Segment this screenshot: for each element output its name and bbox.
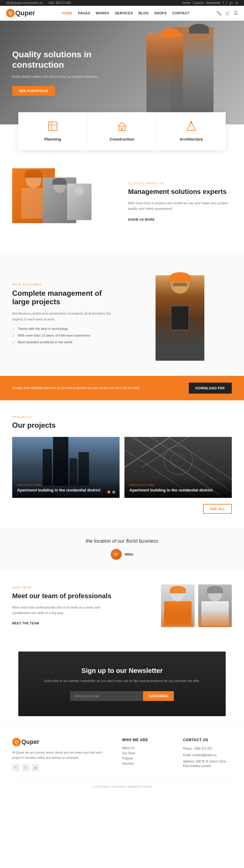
features-description: Architecture,control and construction of… bbox=[12, 311, 116, 322]
team-label: OUR TEAM bbox=[12, 586, 116, 589]
footer-col-who: Who we are About Us Our Team Projects Se… bbox=[122, 738, 171, 771]
about-title: Management solutions experts bbox=[128, 188, 232, 196]
hero-content: Quality solutions in construction Every … bbox=[12, 50, 104, 96]
planning-icon bbox=[24, 121, 81, 134]
footer-link-team[interactable]: Our Team bbox=[122, 751, 171, 755]
project-card-2[interactable]: ARCHITECTURE Apartment building in the r… bbox=[124, 437, 232, 498]
footer-brand-col: Q Quper At Quper we are serious about cl… bbox=[12, 738, 110, 771]
about-description: With more than 5 projects per month we c… bbox=[128, 200, 232, 212]
footer: Q Quper At Quper we are serious about cl… bbox=[0, 725, 244, 794]
newsletter-description: Subscribe to our weekly newsletter so yo… bbox=[37, 678, 207, 684]
about-content: A LITTLE ABOUT US Management solutions e… bbox=[128, 182, 232, 222]
email-info: info@quper.construction.cc bbox=[6, 1, 43, 5]
project-title-1: Apartment building in the residential di… bbox=[17, 488, 115, 493]
projects-title: Our projects bbox=[12, 421, 232, 430]
testimonial-section: the location of our florist business W W… bbox=[0, 529, 244, 569]
footer-col-contact: Contact Us Phone: +068 371 371 Email: co… bbox=[183, 738, 232, 771]
team-content: OUR TEAM Meet our team of professionals … bbox=[12, 586, 116, 626]
see-all-button[interactable]: See All bbox=[203, 504, 232, 514]
nav-link-shops[interactable]: SHOPS bbox=[154, 11, 167, 15]
footer-logo-text: Quper bbox=[21, 738, 39, 745]
logo: Q Quper bbox=[6, 9, 35, 18]
banner-text: Quality and reliability services to prov… bbox=[12, 385, 140, 391]
top-bar-right: Home Careers Newsletter f t g+ in bbox=[182, 1, 238, 5]
project-cat-1: ARCHITECTURE bbox=[17, 484, 115, 487]
service-card-planning[interactable]: Planning bbox=[18, 112, 88, 150]
team-member-2 bbox=[198, 585, 232, 627]
service-name-construction: Construction bbox=[94, 137, 150, 142]
social-in[interactable]: in bbox=[236, 1, 238, 5]
newsletter-section: Sign up to our Newsletter Subscribe to o… bbox=[18, 652, 226, 716]
nav-home-link[interactable]: Home bbox=[182, 1, 191, 5]
hero-subtitle: Every detail is taken into account by ou… bbox=[12, 74, 104, 79]
newsletter-form: Subscribe bbox=[70, 691, 174, 701]
svg-rect-0 bbox=[49, 122, 57, 130]
features-label: MAIN FEATURES bbox=[12, 283, 116, 286]
social-icon-t[interactable]: t bbox=[22, 764, 29, 771]
nav-newsletter-link[interactable]: Newsletter bbox=[206, 1, 220, 5]
footer-who-list: About Us Our Team Projects Services bbox=[122, 746, 171, 765]
service-name-planning: Planning bbox=[24, 137, 81, 142]
footer-col-contact-title: Contact Us bbox=[183, 738, 232, 742]
banner-cta-button[interactable]: Download PDF bbox=[189, 383, 232, 394]
social-icon-f[interactable]: f bbox=[12, 764, 20, 771]
team-member-overlay-2 bbox=[198, 610, 232, 627]
footer-bottom: © 2022 Quper Construction, designed by T… bbox=[12, 780, 232, 788]
nav-link-home[interactable]: HOME bbox=[62, 11, 72, 15]
newsletter-title: Sign up to our Newsletter bbox=[37, 667, 207, 675]
svg-line-11 bbox=[124, 437, 178, 467]
logo-icon: Q bbox=[6, 9, 14, 18]
service-card-construction[interactable]: Construction bbox=[88, 112, 157, 150]
check-icon-3: ✓ bbox=[12, 340, 15, 344]
project-title-2: Apartment building in the residential di… bbox=[129, 488, 227, 493]
footer-description: At Quper we are serious about clients an… bbox=[12, 750, 110, 761]
testimonial-text: the location of our florist business bbox=[12, 538, 232, 544]
nav-link-contact[interactable]: CONTACT bbox=[172, 11, 189, 15]
footer-email: Email: contact@quper.cc bbox=[183, 753, 232, 757]
team-title: Meet our team of professionals bbox=[12, 592, 116, 600]
hero-cta-button[interactable]: See Portfolio bbox=[12, 86, 55, 96]
project-card-1[interactable]: ARCHITECTURE Apartment building in the r… bbox=[12, 437, 120, 498]
nav-link-blog[interactable]: BLOG bbox=[139, 11, 149, 15]
features-section: MAIN FEATURES Complete management of lar… bbox=[0, 254, 244, 376]
projects-section: PROJECTS Our projects ARCHITECTURE Apart… bbox=[0, 400, 244, 529]
menu-icon[interactable]: ☰ bbox=[234, 11, 238, 16]
footer-address: Address: 688 W St John's Urcio Filia Dob… bbox=[183, 759, 232, 768]
testimonial-author-name: Willie bbox=[125, 553, 133, 556]
nav-careers-link[interactable]: Careers bbox=[193, 1, 204, 5]
newsletter-subscribe-button[interactable]: Subscribe bbox=[143, 691, 174, 701]
nav-link-works[interactable]: WORKS bbox=[96, 11, 110, 15]
top-bar: info@quper.construction.cc +061 383 63 6… bbox=[0, 0, 244, 6]
dot-2[interactable] bbox=[112, 491, 115, 494]
service-cards: Planning Construction Architecture bbox=[18, 112, 226, 150]
social-f[interactable]: f bbox=[223, 1, 224, 5]
team-images bbox=[128, 585, 232, 627]
footer-col-who-title: Who we are bbox=[122, 738, 171, 742]
dot-1[interactable] bbox=[108, 491, 111, 494]
search-icon[interactable]: 🔍 bbox=[216, 11, 221, 16]
check-icon-2: ✓ bbox=[12, 334, 15, 338]
nav-link-pages[interactable]: PAGES bbox=[78, 11, 90, 15]
svg-point-6 bbox=[190, 121, 192, 123]
footer-link-about[interactable]: About Us bbox=[122, 746, 171, 750]
nav-links: HOME PAGES WORKS SERVICES BLOG SHOPS CON… bbox=[62, 11, 190, 15]
about-image-third bbox=[67, 184, 92, 220]
newsletter-email-input[interactable] bbox=[70, 691, 143, 701]
footer-link-services[interactable]: Services bbox=[122, 762, 171, 765]
footer-link-projects[interactable]: Projects bbox=[122, 757, 171, 760]
architecture-icon bbox=[163, 121, 220, 134]
service-card-architecture[interactable]: Architecture bbox=[157, 112, 226, 150]
team-link[interactable]: Meet the team bbox=[12, 622, 39, 625]
social-icon-g[interactable]: g bbox=[32, 764, 39, 771]
features-image bbox=[128, 269, 232, 361]
cart-icon[interactable]: 🛒 bbox=[225, 11, 230, 16]
construction-icon bbox=[94, 121, 150, 134]
social-t[interactable]: t bbox=[226, 1, 227, 5]
nav-link-services[interactable]: SERVICES bbox=[115, 11, 133, 15]
footer-logo: Q Quper bbox=[12, 738, 110, 746]
service-name-architecture: Architecture bbox=[163, 137, 220, 142]
orange-banner: Quality and reliability services to prov… bbox=[0, 376, 244, 400]
features-content: MAIN FEATURES Complete management of lar… bbox=[12, 283, 116, 347]
about-link[interactable]: Know us More bbox=[128, 218, 155, 221]
social-g[interactable]: g+ bbox=[230, 1, 233, 5]
